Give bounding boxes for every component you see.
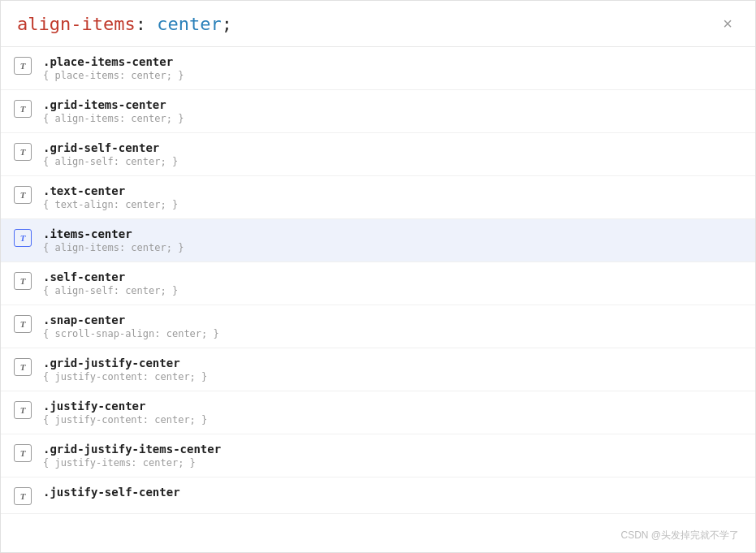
list-item[interactable]: T.justify-center{ justify-content: cente… [1, 391, 755, 434]
list-item[interactable]: T.grid-self-center{ align-self: center; … [1, 133, 755, 176]
type-icon: T [14, 444, 32, 462]
type-icon: T [14, 272, 32, 290]
item-css-value: { place-items: center; } [43, 70, 184, 81]
type-icon: T [14, 57, 32, 75]
item-content: .justify-self-center [43, 486, 180, 499]
list-item[interactable]: T.snap-center{ scroll-snap-align: center… [1, 305, 755, 348]
item-class-name: .justify-center [43, 400, 207, 413]
item-content: .text-center{ text-align: center; } [43, 184, 178, 210]
item-css-value: { align-items: center; } [43, 242, 184, 253]
item-css-value: { scroll-snap-align: center; } [43, 328, 219, 339]
title-semicolon: ; [222, 14, 232, 34]
item-class-name: .items-center [43, 227, 184, 240]
item-css-value: { align-self: center; } [43, 285, 178, 296]
list-item[interactable]: T.grid-justify-center{ justify-content: … [1, 348, 755, 391]
item-class-name: .grid-justify-items-center [43, 443, 221, 456]
type-icon: T [14, 100, 32, 118]
item-class-name: .place-items-center [43, 55, 184, 68]
item-content: .grid-items-center{ align-items: center;… [43, 98, 184, 124]
item-css-value: { justify-items: center; } [43, 457, 221, 469]
item-content: .snap-center{ scroll-snap-align: center;… [43, 313, 219, 339]
item-class-name: .grid-items-center [43, 98, 184, 111]
title-colon: : [136, 14, 146, 34]
item-content: .grid-self-center{ align-self: center; } [43, 141, 178, 167]
close-button[interactable]: × [716, 12, 739, 35]
item-class-name: .text-center [43, 184, 178, 197]
type-icon: T [14, 143, 32, 161]
type-icon: T [14, 315, 32, 333]
type-icon: T [14, 487, 32, 505]
item-content: .place-items-center{ place-items: center… [43, 55, 184, 81]
item-class-name: .grid-self-center [43, 141, 178, 154]
list-item[interactable]: T.text-center{ text-align: center; } [1, 176, 755, 219]
type-icon: T [14, 401, 32, 419]
item-class-name: .justify-self-center [43, 486, 180, 499]
type-icon: T [14, 229, 32, 247]
type-icon: T [14, 358, 32, 376]
item-content: .self-center{ align-self: center; } [43, 270, 178, 296]
item-class-name: .self-center [43, 270, 178, 283]
item-css-value: { align-items: center; } [43, 113, 184, 124]
main-container: align-items: center; × T.place-items-cen… [0, 0, 756, 553]
header: align-items: center; × [1, 1, 755, 47]
title-value: center [146, 14, 222, 34]
header-title: align-items: center; [17, 14, 232, 34]
suggestions-list: T.place-items-center{ place-items: cente… [1, 47, 755, 552]
list-item[interactable]: T.self-center{ align-self: center; } [1, 262, 755, 305]
item-content: .justify-center{ justify-content: center… [43, 400, 207, 426]
item-css-value: { align-self: center; } [43, 156, 178, 167]
item-css-value: { justify-content: center; } [43, 414, 207, 426]
item-css-value: { justify-content: center; } [43, 371, 207, 382]
item-class-name: .snap-center [43, 313, 219, 326]
item-css-value: { text-align: center; } [43, 199, 178, 210]
list-item[interactable]: T.place-items-center{ place-items: cente… [1, 47, 755, 90]
item-content: .items-center{ align-items: center; } [43, 227, 184, 253]
list-item[interactable]: T.items-center{ align-items: center; } [1, 219, 755, 262]
list-item[interactable]: T.grid-items-center{ align-items: center… [1, 90, 755, 133]
item-content: .grid-justify-items-center{ justify-item… [43, 443, 221, 469]
title-keyword: align-items [17, 14, 136, 34]
list-item[interactable]: T.grid-justify-items-center{ justify-ite… [1, 434, 755, 477]
item-content: .grid-justify-center{ justify-content: c… [43, 356, 207, 382]
type-icon: T [14, 186, 32, 204]
list-item[interactable]: T.justify-self-center [1, 477, 755, 514]
item-class-name: .grid-justify-center [43, 356, 207, 369]
